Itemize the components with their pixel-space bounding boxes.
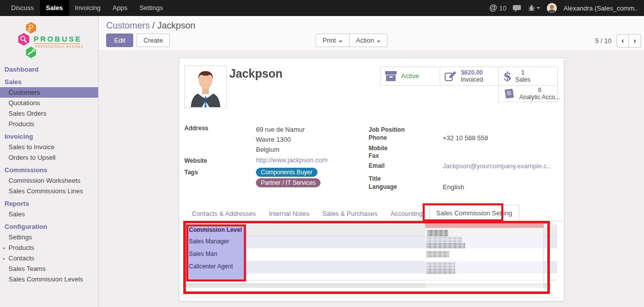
sidebar-item-sales-commission-levels[interactable]: Sales Commission Levels xyxy=(0,274,98,284)
sidebar-item-products[interactable]: ▸Products xyxy=(0,242,98,253)
dollar-icon: $ xyxy=(503,70,511,83)
notebook-tabs: Contacts & AddressesInternal NotesSales … xyxy=(179,205,564,221)
sidebar-item-quotations[interactable]: Quotations xyxy=(0,98,98,108)
address-line: 69 rue de Namur xyxy=(256,125,305,135)
stat-button-invoiced[interactable]: $620.00Invoiced xyxy=(440,67,499,86)
sidebar-item-customers[interactable]: Customers xyxy=(0,87,98,98)
commission-level-cell: Sales Manager xyxy=(186,236,246,248)
tab-internal-notes[interactable]: Internal Notes xyxy=(262,206,316,221)
stat-value: $620.00 xyxy=(461,69,483,76)
breadcrumb-separator: / xyxy=(152,21,155,31)
menu-settings[interactable]: Settings xyxy=(133,0,169,16)
sidebar-section-configuration[interactable]: Configuration xyxy=(0,221,98,232)
sheet-bottom-divider xyxy=(184,297,559,297)
address-line: Belgium xyxy=(256,145,305,155)
edit-button[interactable]: Edit xyxy=(106,34,133,47)
debug-caret-icon xyxy=(536,7,540,9)
archive-icon xyxy=(385,71,397,82)
redacted-header-band xyxy=(425,221,544,228)
action-caret-icon xyxy=(377,41,381,43)
pager-next-button[interactable]: › xyxy=(628,34,641,48)
stat-value: 0 xyxy=(519,87,560,94)
sidebar-section-dashboard[interactable]: Dashboard xyxy=(0,64,98,75)
sidebar-section-reports[interactable]: Reports xyxy=(0,198,98,209)
action-button[interactable]: Action xyxy=(349,34,388,47)
field-row-phone: Phone+32 10 588 558 xyxy=(369,134,562,145)
tab-sales-purchases[interactable]: Sales & Purchases xyxy=(316,206,384,221)
menu-sales[interactable]: Sales xyxy=(40,0,69,16)
probuse-logo: PROBUSE PROFESSIONAL BUSINESS xyxy=(17,21,98,62)
stat-button-group: Active$620.00Invoiced$1Sales 0Analytic A… xyxy=(379,67,558,102)
top-menu-list: DiscussSalesInvoicingAppsSettings xyxy=(5,0,169,16)
tags-label: Tags xyxy=(184,167,256,188)
expand-arrow-icon[interactable]: ▸ xyxy=(3,255,6,262)
stat-label: Sales xyxy=(515,76,530,83)
tab-contacts-addresses[interactable]: Contacts & Addresses xyxy=(185,206,262,221)
sidebar-section-invoicing[interactable]: Invoicing xyxy=(0,131,98,142)
sidebar-item-sales-commissions-lines[interactable]: Sales Commissions Lines xyxy=(0,186,98,196)
stat-button-active[interactable]: Active xyxy=(380,67,440,86)
sidebar-item-sales-to-invoice[interactable]: Sales to Invoice xyxy=(0,142,98,152)
at-icon: @ xyxy=(489,4,497,13)
tab-accounting[interactable]: Accounting xyxy=(384,206,429,221)
field-row-fax: Fax xyxy=(369,152,562,162)
sidebar-item-orders-to-upsell[interactable]: Orders to Upsell xyxy=(0,152,98,163)
pager-previous-button[interactable]: ‹ xyxy=(616,34,629,48)
svg-text:$: $ xyxy=(503,70,511,83)
messages-icon[interactable] xyxy=(513,5,522,12)
user-name[interactable]: Alexandra (Sales_comm.. xyxy=(563,5,638,12)
website-label: Website xyxy=(184,156,256,164)
print-button[interactable]: Print xyxy=(315,34,350,47)
field-row-mobile: Mobile xyxy=(369,145,562,152)
menu-invoicing[interactable]: Invoicing xyxy=(69,0,107,16)
book-icon xyxy=(503,88,515,99)
right-field-group: Job PositionPhone+32 10 588 558MobileFax… xyxy=(369,126,562,191)
sidebar-item-sales[interactable]: Sales xyxy=(0,209,98,219)
menu-apps[interactable]: Apps xyxy=(107,0,134,16)
sidebar-item-contacts[interactable]: ▸Contacts xyxy=(0,253,98,263)
left-field-group: Address 69 rue de NamurWavre 1300Belgium… xyxy=(184,125,366,188)
tab-sales-commission-setting[interactable]: Sales Commission Setting xyxy=(429,205,519,221)
form-view-background: Jackpson Active$620.00Invoiced$1Sales 0A… xyxy=(99,50,644,307)
customer-form-sheet: Jackpson Active$620.00Invoiced$1Sales 0A… xyxy=(179,58,564,301)
stat-label: Active xyxy=(401,73,419,80)
breadcrumb-customers-link[interactable]: Customers xyxy=(106,21,150,31)
record-buttons: Edit Create xyxy=(106,34,170,47)
commission-level-cell: Sales Man xyxy=(186,248,246,261)
field-label-title: Title xyxy=(369,175,443,183)
pager-text: 5 / 10 xyxy=(595,37,611,45)
website-link[interactable]: http://www.jackpson.com xyxy=(256,156,328,164)
sidebar-section-sales[interactable]: Sales xyxy=(0,77,98,87)
sidebar-item-sales-orders[interactable]: Sales Orders xyxy=(0,108,98,119)
field-row-title: Title xyxy=(369,175,562,183)
redacted-cell xyxy=(426,251,449,257)
create-button[interactable]: Create xyxy=(136,34,170,47)
address-label: Address xyxy=(184,125,256,155)
field-label-fax: Fax xyxy=(369,152,443,162)
top-navigation-bar: DiscussSalesInvoicingAppsSettings @ 10 A… xyxy=(0,0,644,16)
mentions-indicator[interactable]: @ 10 xyxy=(489,4,506,13)
sidebar: PROBUSE PROFESSIONAL BUSINESS DashboardS… xyxy=(0,16,99,307)
sidebar-item-sales-teams[interactable]: Sales Teams xyxy=(0,263,98,274)
table-header-commission-level[interactable]: Commission Level xyxy=(186,224,246,236)
debug-bug-icon[interactable] xyxy=(528,5,540,12)
field-value-email[interactable]: Jackpson@yourcompany.example.c.. xyxy=(443,162,550,175)
logo-title: PROBUSE xyxy=(34,35,82,43)
sidebar-section-commissions[interactable]: Commissions xyxy=(0,165,98,175)
sidebar-item-settings[interactable]: Settings xyxy=(0,232,98,242)
address-field-row: Address 69 rue de NamurWavre 1300Belgium xyxy=(184,125,366,155)
stat-button-sales[interactable]: $1Sales xyxy=(498,67,558,86)
sidebar-navigation: DashboardSalesCustomersQuotationsSales O… xyxy=(0,64,98,284)
topbar-right-tools: @ 10 Alexandra (Sales_comm.. xyxy=(489,3,644,13)
mention-count: 10 xyxy=(499,5,506,12)
expand-arrow-icon[interactable]: ▸ xyxy=(3,244,6,252)
menu-discuss[interactable]: Discuss xyxy=(5,0,40,16)
sidebar-item-commission-worksheets[interactable]: Commission Worksheets xyxy=(0,175,98,186)
stat-text: 1Sales xyxy=(515,69,530,83)
stat-value: 1 xyxy=(515,69,530,76)
stat-button-analytic-acco[interactable]: 0Analytic Acco... xyxy=(498,85,558,102)
redacted-cell xyxy=(426,237,462,242)
user-avatar[interactable] xyxy=(547,3,557,13)
commission-level-cell: Callcenter Agent xyxy=(186,261,246,273)
sidebar-item-products[interactable]: Products xyxy=(0,119,98,129)
